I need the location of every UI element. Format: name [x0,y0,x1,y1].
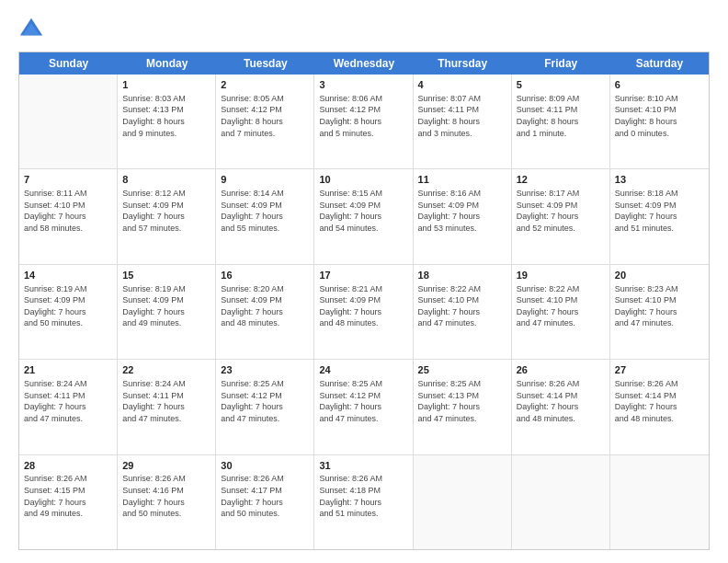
cell-info: Sunrise: 8:26 AM Sunset: 4:17 PM Dayligh… [221,473,309,519]
calendar-cell: 9Sunrise: 8:14 AM Sunset: 4:09 PM Daylig… [216,169,314,263]
day-number: 23 [221,363,309,377]
day-number: 14 [24,269,112,282]
header-day-monday: Monday [118,52,216,75]
day-number: 25 [418,363,506,377]
cell-info: Sunrise: 8:26 AM Sunset: 4:14 PM Dayligh… [615,378,704,424]
cell-info: Sunrise: 8:23 AM Sunset: 4:10 PM Dayligh… [615,283,704,329]
calendar-cell: 8Sunrise: 8:12 AM Sunset: 4:09 PM Daylig… [118,169,216,263]
cell-info: Sunrise: 8:10 AM Sunset: 4:10 PM Dayligh… [615,93,704,139]
day-number: 11 [418,173,506,187]
calendar-cell: 19Sunrise: 8:22 AM Sunset: 4:10 PM Dayli… [512,265,610,359]
cell-info: Sunrise: 8:24 AM Sunset: 4:11 PM Dayligh… [24,378,112,424]
day-number: 3 [319,78,407,92]
day-number: 16 [221,269,309,282]
calendar-row-2: 14Sunrise: 8:19 AM Sunset: 4:09 PM Dayli… [19,265,709,360]
cell-info: Sunrise: 8:24 AM Sunset: 4:11 PM Dayligh… [122,378,210,424]
calendar-cell: 23Sunrise: 8:25 AM Sunset: 4:12 PM Dayli… [216,360,314,454]
cell-info: Sunrise: 8:26 AM Sunset: 4:15 PM Dayligh… [24,473,112,519]
calendar-cell: 7Sunrise: 8:11 AM Sunset: 4:10 PM Daylig… [19,169,118,263]
day-number: 31 [319,459,407,473]
cell-info: Sunrise: 8:03 AM Sunset: 4:13 PM Dayligh… [122,93,210,139]
calendar-cell: 22Sunrise: 8:24 AM Sunset: 4:11 PM Dayli… [118,360,216,454]
day-number: 27 [615,363,704,377]
day-number: 10 [319,173,407,187]
calendar-cell: 30Sunrise: 8:26 AM Sunset: 4:17 PM Dayli… [216,455,314,549]
header-day-tuesday: Tuesday [216,52,314,75]
calendar-cell: 16Sunrise: 8:20 AM Sunset: 4:09 PM Dayli… [216,265,314,359]
header-day-friday: Friday [512,52,610,75]
day-number: 28 [24,459,112,473]
cell-info: Sunrise: 8:25 AM Sunset: 4:12 PM Dayligh… [221,378,309,424]
calendar: SundayMondayTuesdayWednesdayThursdayFrid… [18,52,710,550]
day-number: 20 [615,269,704,282]
calendar-cell: 15Sunrise: 8:19 AM Sunset: 4:09 PM Dayli… [118,265,216,359]
day-number: 4 [418,78,506,92]
calendar-cell: 2Sunrise: 8:05 AM Sunset: 4:12 PM Daylig… [216,75,314,168]
cell-info: Sunrise: 8:15 AM Sunset: 4:09 PM Dayligh… [319,188,407,234]
day-number: 22 [122,363,210,377]
cell-info: Sunrise: 8:25 AM Sunset: 4:13 PM Dayligh… [418,378,506,424]
cell-info: Sunrise: 8:12 AM Sunset: 4:09 PM Dayligh… [122,188,210,234]
calendar-row-1: 7Sunrise: 8:11 AM Sunset: 4:10 PM Daylig… [19,169,709,264]
cell-info: Sunrise: 8:22 AM Sunset: 4:10 PM Dayligh… [418,283,506,329]
day-number: 5 [517,78,605,92]
day-number: 26 [517,363,605,377]
calendar-cell: 25Sunrise: 8:25 AM Sunset: 4:13 PM Dayli… [414,360,512,454]
calendar-cell: 21Sunrise: 8:24 AM Sunset: 4:11 PM Dayli… [19,360,118,454]
header [18,17,710,42]
calendar-cell: 12Sunrise: 8:17 AM Sunset: 4:09 PM Dayli… [512,169,610,263]
calendar-cell: 1Sunrise: 8:03 AM Sunset: 4:13 PM Daylig… [118,75,216,168]
calendar-cell: 27Sunrise: 8:26 AM Sunset: 4:14 PM Dayli… [610,360,709,454]
header-day-sunday: Sunday [19,52,118,75]
day-number: 19 [517,269,605,282]
cell-info: Sunrise: 8:22 AM Sunset: 4:10 PM Dayligh… [517,283,605,329]
cell-info: Sunrise: 8:16 AM Sunset: 4:09 PM Dayligh… [418,188,506,234]
cell-info: Sunrise: 8:26 AM Sunset: 4:14 PM Dayligh… [517,378,605,424]
calendar-cell: 10Sunrise: 8:15 AM Sunset: 4:09 PM Dayli… [314,169,413,263]
calendar-cell: 14Sunrise: 8:19 AM Sunset: 4:09 PM Dayli… [19,265,118,359]
cell-info: Sunrise: 8:20 AM Sunset: 4:09 PM Dayligh… [221,283,309,329]
day-number: 29 [122,459,210,473]
calendar-cell: 3Sunrise: 8:06 AM Sunset: 4:12 PM Daylig… [314,75,413,168]
day-number: 13 [615,173,704,187]
calendar-cell: 26Sunrise: 8:26 AM Sunset: 4:14 PM Dayli… [512,360,610,454]
day-number: 9 [221,173,309,187]
cell-info: Sunrise: 8:19 AM Sunset: 4:09 PM Dayligh… [122,283,210,329]
day-number: 21 [24,363,112,377]
cell-info: Sunrise: 8:18 AM Sunset: 4:09 PM Dayligh… [615,188,704,234]
day-number: 18 [418,269,506,282]
day-number: 7 [24,173,112,187]
calendar-cell: 29Sunrise: 8:26 AM Sunset: 4:16 PM Dayli… [118,455,216,549]
calendar-cell: 13Sunrise: 8:18 AM Sunset: 4:09 PM Dayli… [610,169,709,263]
cell-info: Sunrise: 8:26 AM Sunset: 4:16 PM Dayligh… [122,473,210,519]
day-number: 12 [517,173,605,187]
cell-info: Sunrise: 8:21 AM Sunset: 4:09 PM Dayligh… [319,283,407,329]
cell-info: Sunrise: 8:17 AM Sunset: 4:09 PM Dayligh… [517,188,605,234]
logo-icon [18,17,44,42]
calendar-cell [610,455,709,549]
calendar-row-0: 1Sunrise: 8:03 AM Sunset: 4:13 PM Daylig… [19,75,709,169]
calendar-cell: 5Sunrise: 8:09 AM Sunset: 4:11 PM Daylig… [512,75,610,168]
calendar-cell [19,75,118,168]
day-number: 6 [615,78,704,92]
cell-info: Sunrise: 8:05 AM Sunset: 4:12 PM Dayligh… [221,93,309,139]
logo [18,17,48,42]
header-day-thursday: Thursday [414,52,512,75]
day-number: 17 [319,269,407,282]
calendar-cell: 11Sunrise: 8:16 AM Sunset: 4:09 PM Dayli… [414,169,512,263]
calendar-cell: 20Sunrise: 8:23 AM Sunset: 4:10 PM Dayli… [610,265,709,359]
page: SundayMondayTuesdayWednesdayThursdayFrid… [0,0,728,563]
calendar-cell: 31Sunrise: 8:26 AM Sunset: 4:18 PM Dayli… [314,455,413,549]
calendar-cell: 17Sunrise: 8:21 AM Sunset: 4:09 PM Dayli… [314,265,413,359]
calendar-cell [414,455,512,549]
calendar-cell: 28Sunrise: 8:26 AM Sunset: 4:15 PM Dayli… [19,455,118,549]
calendar-cell: 6Sunrise: 8:10 AM Sunset: 4:10 PM Daylig… [610,75,709,168]
calendar-cell: 24Sunrise: 8:25 AM Sunset: 4:12 PM Dayli… [314,360,413,454]
day-number: 1 [122,78,210,92]
cell-info: Sunrise: 8:19 AM Sunset: 4:09 PM Dayligh… [24,283,112,329]
cell-info: Sunrise: 8:25 AM Sunset: 4:12 PM Dayligh… [319,378,407,424]
cell-info: Sunrise: 8:06 AM Sunset: 4:12 PM Dayligh… [319,93,407,139]
cell-info: Sunrise: 8:26 AM Sunset: 4:18 PM Dayligh… [319,473,407,519]
day-number: 8 [122,173,210,187]
calendar-cell: 18Sunrise: 8:22 AM Sunset: 4:10 PM Dayli… [414,265,512,359]
